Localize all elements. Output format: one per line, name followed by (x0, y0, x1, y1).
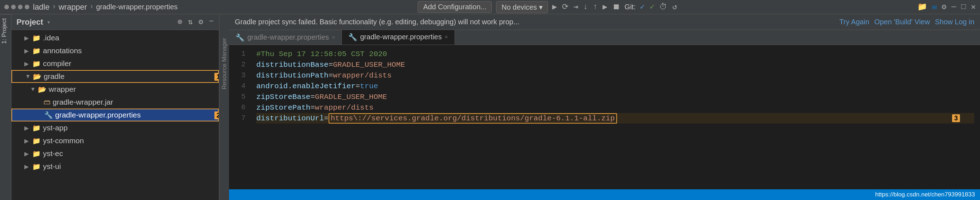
tree-arrow: ▶ (24, 163, 30, 170)
inactive-tab[interactable]: 🔧 gradle-wrapper.properties × (229, 30, 342, 45)
open-build-link[interactable]: Open 'Build' View (874, 18, 930, 26)
step-into-icon[interactable]: ↓ (583, 3, 588, 11)
tab-active-close[interactable]: × (445, 34, 448, 40)
code-content[interactable]: #Thu Sep 17 12:58:05 CST 2020 distributi… (251, 45, 980, 189)
minimize-icon[interactable]: — (951, 3, 956, 11)
line-num-5: 5 (241, 91, 245, 102)
tree-arrow: ▶ (24, 60, 30, 67)
outlook-icon[interactable]: ✉ (932, 2, 937, 12)
code-line-4: android.enableJetifier = true (256, 81, 974, 91)
tree-item-yst-common[interactable]: ▶ 📁 yst-common (11, 134, 219, 147)
run-icon[interactable]: ▶ (552, 2, 557, 12)
tab-inactive-label: gradle-wrapper.properties (247, 33, 329, 41)
annotation-1: 1 (215, 73, 219, 81)
notification-text: Gradle project sync failed. Basic functi… (235, 18, 834, 26)
tree-item-yst-ui[interactable]: ▶ 📁 yst-ui (11, 160, 219, 173)
no-devices-button[interactable]: No devices ▾ (496, 1, 548, 13)
tree-arrow: ▶ (24, 47, 30, 54)
dot-4 (25, 5, 29, 9)
dot-1 (4, 5, 9, 9)
code-val-5: GRADLE_USER_HOME (315, 93, 387, 101)
close-icon[interactable]: ✕ (971, 2, 976, 12)
tree-arrow-wrapper: ▼ (30, 86, 36, 93)
resource-manager-tab[interactable]: Resource Manager (219, 14, 229, 200)
folder-icon[interactable]: 📁 (917, 2, 927, 12)
code-line-7: distributionUrl = https\://services.grad… (256, 113, 974, 124)
code-line-3: distributionPath = wrapper/dists (256, 70, 974, 81)
annotation-2: 2 (215, 112, 219, 119)
code-line-1: #Thu Sep 17 12:58:05 CST 2020 (256, 49, 974, 59)
tab-inactive-close[interactable]: × (332, 34, 335, 41)
settings-icon[interactable]: ⚙ (942, 2, 947, 12)
tree-label-yst-ui: yst-ui (43, 162, 61, 171)
step-over-icon[interactable]: ⇥ (573, 2, 578, 12)
status-bar: https://blog.csdn.net/chen793991833 (229, 189, 980, 200)
jar-file-icon: 🗃 (44, 98, 51, 106)
gear-icon[interactable]: ⚙ (199, 17, 203, 27)
tree-arrow: ▶ (24, 35, 30, 41)
sync-icon[interactable]: ⊕ (178, 17, 182, 27)
annotation-3: 3 (952, 114, 960, 122)
dot-2 (11, 5, 16, 9)
show-log-link[interactable]: Show Log in (935, 18, 974, 26)
tree-label-yst-ec: yst-ec (43, 149, 63, 158)
breadcrumb-ladle[interactable]: ladle (33, 3, 49, 12)
add-configuration-button[interactable]: Add Configuration... (418, 1, 492, 13)
editor-area: Gradle project sync failed. Basic functi… (229, 14, 980, 200)
breadcrumb-sep-1: › (51, 3, 56, 11)
code-val-2: GRADLE_USER_HOME (333, 61, 405, 69)
tree-item-compiler[interactable]: ▶ 📁 compiler (11, 57, 219, 70)
git-undo-icon[interactable]: ↺ (672, 2, 677, 12)
git-check-icon[interactable]: ✓ (640, 2, 644, 12)
code-eq-3: = (329, 71, 333, 80)
try-again-link[interactable]: Try Again (839, 18, 869, 26)
active-tab[interactable]: 🔧 gradle-wrapper.properties × (342, 30, 455, 45)
tree-item-properties[interactable]: ▶ 🔧 gradle-wrapper.properties (11, 109, 219, 121)
stop-icon[interactable]: ⏹ (612, 2, 620, 12)
toolbar-center: Add Configuration... No devices ▾ ▶ ⟳ ⇥ … (181, 1, 914, 13)
git-clock-icon[interactable]: ⏱ (659, 2, 667, 12)
code-line-5: zipStoreBase = GRADLE_USER_HOME (256, 91, 974, 102)
collapse-icon[interactable]: ⇅ (188, 17, 192, 27)
tree-item-annotations[interactable]: ▶ 📁 annotations (11, 44, 219, 57)
code-key-4: android.enableJetifier (256, 82, 355, 90)
main-content: 1: Project Project ▾ ⊕ ⇅ ⚙ − ▶ 📁 .i (0, 14, 980, 200)
tree-label-compiler: compiler (43, 59, 71, 68)
tree-label-yst-app: yst-app (43, 124, 68, 132)
breadcrumb-sep-2: › (89, 3, 94, 11)
maximize-icon[interactable]: □ (961, 3, 966, 11)
close-panel-icon[interactable]: − (209, 17, 214, 27)
code-line-6: zipStorePath = wrapper/dists (256, 102, 974, 113)
breadcrumb-file: gradle-wrapper.properties (96, 3, 178, 11)
project-tab[interactable]: 1: Project (0, 14, 11, 47)
resume-icon[interactable]: ▶ (603, 2, 608, 12)
code-url-7: https\://services.gradle.org/distributio… (329, 113, 617, 124)
tab-active-icon: 🔧 (348, 33, 357, 41)
tree-arrow-gradle: ▼ (25, 73, 31, 80)
code-key-3: distributionPath (256, 71, 329, 80)
tree-item-wrapper[interactable]: ▼ 📂 wrapper (11, 83, 219, 96)
tree-item-yst-app[interactable]: ▶ 📁 yst-app (11, 121, 219, 134)
prop-file-icon: 🔧 (45, 111, 53, 119)
tree-item-jar[interactable]: ▶ 🗃 gradle-wrapper.jar (11, 96, 219, 109)
code-eq-4: = (355, 82, 360, 90)
breadcrumb-folder[interactable]: wrapper (59, 3, 87, 12)
tree-item-gradle[interactable]: ▼ 📂 gradle (11, 70, 219, 83)
git-label: Git: (625, 3, 636, 11)
status-url: https://blog.csdn.net/chen793991833 (875, 191, 975, 198)
notification-bar: Gradle project sync failed. Basic functi… (229, 14, 980, 30)
tab-inactive-icon: 🔧 (235, 33, 245, 42)
sidebar-header-icons: ⊕ ⇅ ⚙ − (178, 17, 214, 27)
far-left-panel: 1: Project (0, 14, 11, 200)
code-eq-5: = (310, 93, 315, 101)
resource-manager-label[interactable]: Resource Manager (220, 36, 229, 92)
tree-item-idea[interactable]: ▶ 📁 .idea (11, 31, 219, 44)
refresh-icon[interactable]: ⟳ (562, 2, 568, 12)
git-tick-icon[interactable]: ✓ (650, 2, 654, 12)
step-out-icon[interactable]: ↑ (593, 3, 597, 11)
code-key-2: distributionBase (256, 61, 329, 69)
code-key-7: distributionUrl (256, 114, 324, 123)
line-numbers: 1 2 3 4 5 6 7 (229, 45, 251, 189)
sidebar-arrow[interactable]: ▾ (47, 18, 51, 26)
tree-item-yst-ec[interactable]: ▶ 📁 yst-ec (11, 147, 219, 160)
